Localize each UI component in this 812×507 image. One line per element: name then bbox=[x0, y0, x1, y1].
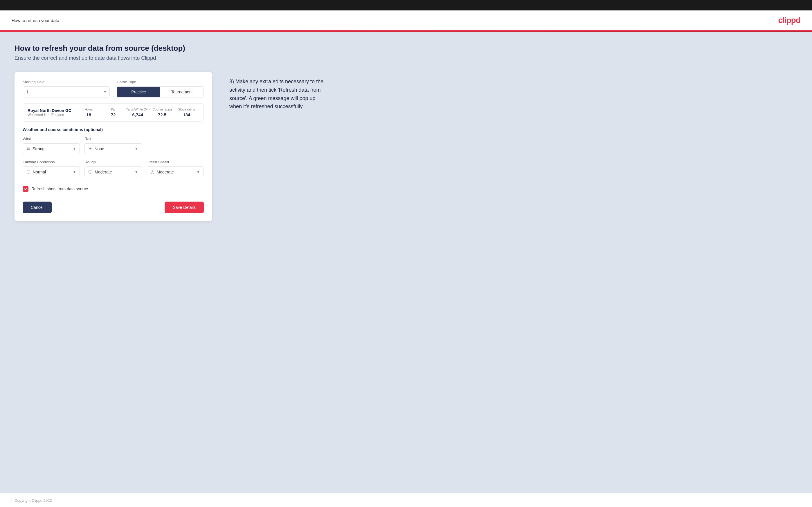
save-button[interactable]: Save Details bbox=[165, 202, 204, 213]
page-title: How to refresh your data from source (de… bbox=[14, 44, 798, 53]
slope-rating-col: Slope rating 134 bbox=[174, 108, 199, 117]
rough-icon: ⬡ bbox=[88, 169, 92, 175]
rough-arrow-icon: ▼ bbox=[135, 170, 138, 174]
course-name-col: Royal North Devon GC, Westward Ho!, Engl… bbox=[28, 108, 77, 117]
game-type-label: Game Type bbox=[117, 80, 204, 84]
rough-select[interactable]: ⬡ Moderate ▼ bbox=[85, 167, 142, 177]
course-location: Westward Ho!, England bbox=[28, 113, 77, 117]
par-col: Par 72 bbox=[101, 108, 125, 117]
green-speed-label: Green Speed bbox=[147, 160, 204, 164]
rain-select[interactable]: ✦ None ▼ bbox=[85, 143, 142, 154]
form-card: Starting Hole 1 10 ▼ Game Type Practice … bbox=[14, 72, 212, 221]
page-subtitle: Ensure the correct and most up to date d… bbox=[14, 55, 798, 61]
course-row: Royal North Devon GC, Westward Ho!, Engl… bbox=[23, 104, 204, 121]
practice-button[interactable]: Practice bbox=[117, 87, 160, 97]
rain-value: None bbox=[94, 147, 132, 151]
header: How to refresh your data clippd bbox=[0, 10, 812, 31]
cancel-button[interactable]: Cancel bbox=[22, 202, 52, 213]
top-bar bbox=[0, 0, 812, 10]
content-area: Starting Hole 1 10 ▼ Game Type Practice … bbox=[14, 72, 798, 221]
fairway-icon: ⬡ bbox=[27, 169, 31, 175]
wind-label: Wind bbox=[22, 136, 80, 141]
yards-col: Yards/White (M)) 6,744 bbox=[125, 108, 150, 117]
wind-arrow-icon: ▼ bbox=[72, 147, 76, 151]
game-type-group: Game Type Practice Tournament bbox=[117, 80, 204, 98]
starting-hole-label: Starting Hole bbox=[22, 80, 110, 84]
yards-label: Yards/White (M)) bbox=[125, 108, 150, 111]
holes-col: Holes 18 bbox=[77, 108, 101, 117]
fairway-select[interactable]: ⬡ Normal ▼ bbox=[22, 167, 80, 177]
rough-label: Rough bbox=[85, 160, 142, 164]
rain-group: Rain ✦ None ▼ bbox=[85, 136, 142, 154]
fairway-arrow-icon: ▼ bbox=[72, 170, 76, 174]
slope-rating-label: Slope rating bbox=[174, 108, 199, 111]
fairway-value: Normal bbox=[33, 170, 70, 174]
fairway-rough-green-row: Fairway Conditions ⬡ Normal ▼ Rough ⬡ Mo… bbox=[22, 160, 204, 177]
starting-hole-select[interactable]: 1 10 bbox=[22, 87, 110, 98]
rain-arrow-icon: ▼ bbox=[135, 147, 138, 151]
holes-value: 18 bbox=[77, 112, 101, 117]
course-rating-col: Course rating 72.5 bbox=[150, 108, 174, 117]
refresh-checkbox-row: Refresh shots from data source bbox=[22, 183, 204, 194]
header-title: How to refresh your data bbox=[12, 18, 59, 23]
wind-group: Wind ≋ Strong ▼ bbox=[22, 136, 80, 154]
course-name: Royal North Devon GC, bbox=[28, 108, 77, 113]
starting-hole-wrapper: 1 10 ▼ bbox=[22, 87, 110, 98]
holes-label: Holes bbox=[77, 108, 101, 111]
rough-group: Rough ⬡ Moderate ▼ bbox=[85, 160, 142, 177]
green-speed-icon: ◎ bbox=[150, 169, 154, 175]
course-rating-value: 72.5 bbox=[150, 112, 174, 117]
refresh-checkbox[interactable] bbox=[22, 186, 29, 192]
button-row: Cancel Save Details bbox=[22, 202, 204, 213]
slope-rating-value: 134 bbox=[174, 112, 199, 117]
footer-text: Copyright Clippd 2022 bbox=[14, 498, 52, 503]
yards-value: 6,744 bbox=[125, 112, 150, 117]
course-table: Royal North Devon GC, Westward Ho!, Engl… bbox=[22, 103, 204, 121]
main-content: How to refresh your data from source (de… bbox=[0, 32, 812, 493]
top-form-row: Starting Hole 1 10 ▼ Game Type Practice … bbox=[22, 80, 204, 98]
rain-icon: ✦ bbox=[88, 146, 92, 152]
green-speed-value: Moderate bbox=[157, 170, 194, 174]
fairway-label: Fairway Conditions bbox=[22, 160, 80, 164]
refresh-checkbox-label: Refresh shots from data source bbox=[31, 186, 88, 191]
course-rating-label: Course rating bbox=[150, 108, 174, 111]
footer: Copyright Clippd 2022 bbox=[0, 493, 812, 507]
wind-select[interactable]: ≋ Strong ▼ bbox=[22, 143, 80, 154]
checkmark-icon bbox=[24, 187, 27, 190]
wind-value: Strong bbox=[33, 147, 70, 151]
tournament-button[interactable]: Tournament bbox=[160, 87, 204, 97]
green-speed-select[interactable]: ◎ Moderate ▼ bbox=[147, 167, 204, 177]
fairway-group: Fairway Conditions ⬡ Normal ▼ bbox=[22, 160, 80, 177]
wind-rain-row: Wind ≋ Strong ▼ Rain ✦ None ▼ bbox=[22, 136, 204, 154]
game-type-toggle: Practice Tournament bbox=[117, 87, 204, 98]
green-speed-group: Green Speed ◎ Moderate ▼ bbox=[147, 160, 204, 177]
side-note: 3) Make any extra edits necessary to the… bbox=[230, 72, 328, 111]
conditions-title: Weather and course conditions (optional) bbox=[22, 127, 204, 132]
par-value: 72 bbox=[101, 112, 125, 117]
green-speed-arrow-icon: ▼ bbox=[197, 170, 200, 174]
starting-hole-group: Starting Hole 1 10 ▼ bbox=[22, 80, 110, 98]
logo: clippd bbox=[778, 16, 800, 25]
rough-value: Moderate bbox=[95, 170, 132, 174]
par-label: Par bbox=[101, 108, 125, 111]
side-note-text: 3) Make any extra edits necessary to the… bbox=[230, 77, 328, 111]
wind-icon: ≋ bbox=[27, 146, 30, 152]
rain-label: Rain bbox=[85, 136, 142, 141]
